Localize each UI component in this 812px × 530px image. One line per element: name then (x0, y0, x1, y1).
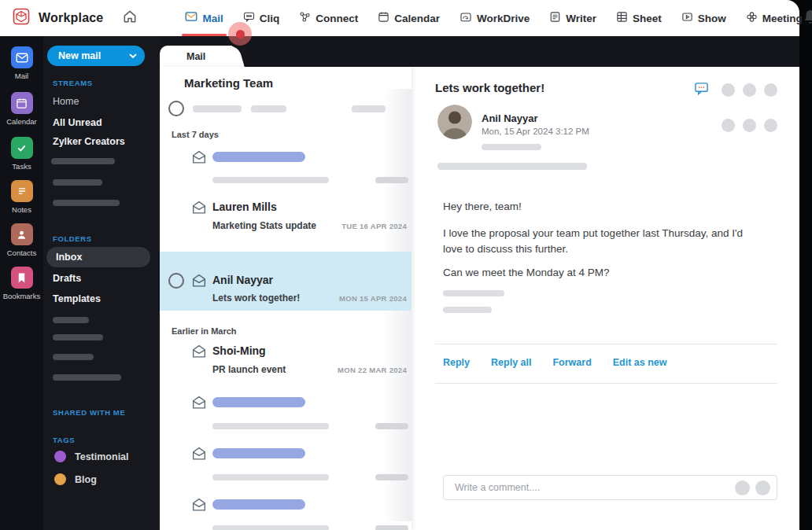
topnav-cliq[interactable]: Cliq (243, 0, 280, 36)
message-action-circle[interactable] (743, 119, 756, 132)
select-all-radio[interactable] (168, 101, 184, 116)
message-actions-circles (722, 119, 777, 132)
envelope-icon (190, 149, 208, 166)
comment-icon[interactable] (694, 81, 709, 99)
skeleton-sender-bar (212, 397, 305, 407)
rail-label: Mail (15, 72, 28, 80)
new-mail-button[interactable]: New mail (47, 46, 145, 66)
topnav-label: Calendar (394, 13, 440, 24)
body-paragraph: Hey there, team! (443, 199, 758, 215)
spreadsheet-icon (616, 11, 628, 26)
sidebar-item-templates[interactable]: Templates (53, 293, 101, 304)
rail-item-contacts[interactable]: Contacts (0, 223, 43, 257)
comment-action-circle[interactable] (755, 480, 770, 495)
group-label-recent: Last 7 days (172, 130, 219, 139)
topnav-label: WorkDrive (477, 13, 530, 24)
topnav-label: Connect (316, 13, 358, 24)
topnav-writer[interactable]: Writer (549, 0, 596, 36)
topnav-mail[interactable]: Mail (185, 0, 223, 36)
envelope-icon (190, 496, 208, 513)
mail-sidebar: New mail STREAMS Home All Unread Zylker … (43, 36, 160, 530)
brand-name: Workplace (39, 11, 103, 25)
skeleton-bar (53, 354, 94, 360)
group-label-earlier: Earlier in March (172, 326, 237, 336)
rail-item-bookmarks[interactable]: Bookmarks (0, 267, 43, 300)
rail-item-calendar[interactable]: Calendar (0, 92, 43, 126)
skeleton-sender-bar (212, 152, 305, 162)
zoho-logo-icon (11, 6, 31, 30)
sidebar-item-inbox[interactable]: Inbox (46, 247, 150, 267)
comment-actions (735, 480, 770, 495)
skeleton-bar (482, 144, 541, 150)
mail-app-icon (11, 46, 33, 68)
skeleton-bar (443, 307, 492, 313)
topnav-label: Meeting (762, 13, 803, 24)
toolbar-action-circle[interactable] (722, 83, 735, 97)
tag-label: Blog (75, 474, 97, 485)
meeting-icon (746, 11, 758, 26)
skeleton-subject-bar (212, 423, 329, 429)
comment-action-circle[interactable] (735, 480, 750, 495)
sender-name: Anil Nayyar (482, 112, 538, 124)
rail-label: Tasks (12, 162, 31, 171)
streams-header: STREAMS (53, 79, 93, 87)
mail-sender: Anil Nayyar (212, 274, 273, 286)
skeleton-subject-bar (212, 525, 329, 530)
topnav-show[interactable]: Show (681, 0, 726, 36)
calendar-app-icon (11, 92, 33, 114)
divider (435, 344, 777, 344)
mail-subject: PR launch event (212, 364, 286, 375)
reply-link[interactable]: Reply (443, 357, 470, 368)
rail-label: Bookmarks (3, 292, 41, 300)
envelope-icon (190, 343, 208, 360)
mail-icon (185, 11, 197, 25)
chat-icon (243, 11, 255, 26)
topnav-calendar[interactable]: Calendar (378, 0, 440, 36)
mail-date: MON 22 MAR 2024 (338, 366, 407, 374)
forward-link[interactable]: Forward (552, 357, 591, 368)
home-button[interactable] (122, 9, 138, 28)
toolbar-action-circle[interactable] (764, 83, 777, 97)
sidebar-item-home[interactable]: Home (53, 96, 79, 107)
skeleton-sender-bar (212, 499, 305, 510)
top-nav: Mail Cliq Connect Calendar (185, 0, 802, 36)
tag-testimonial[interactable]: Testimonial (54, 451, 129, 462)
calendar-icon (378, 11, 389, 26)
shared-with-me-header: SHARED WITH ME (53, 408, 125, 417)
toolbar-action-circle[interactable] (743, 83, 756, 97)
rail-item-tasks[interactable]: Tasks (0, 137, 43, 171)
topnav-sheet[interactable]: Sheet (616, 0, 662, 36)
topnav-workdrive[interactable]: WorkDrive (460, 0, 530, 36)
edit-as-new-link[interactable]: Edit as new (613, 357, 667, 368)
rail-item-notes[interactable]: Notes (0, 180, 43, 214)
list-item-anil-nayyar-selected[interactable]: Anil Nayyar Lets work together! MON 15 A… (160, 252, 412, 311)
message-action-circle[interactable] (722, 119, 735, 132)
envelope-icon (190, 394, 208, 411)
sidebar-item-all-unread[interactable]: All Unread (53, 117, 102, 128)
rail-label: Contacts (7, 248, 37, 257)
rail-item-mail[interactable]: Mail (0, 46, 43, 80)
message-action-circle[interactable] (764, 119, 777, 132)
brand[interactable]: Workplace (11, 6, 103, 30)
home-icon (122, 9, 138, 28)
reply-all-link[interactable]: Reply all (491, 357, 531, 368)
comment-box (443, 475, 777, 500)
reading-pane: Lets work together! Anil Nayyar Mon, 15 … (412, 67, 799, 530)
sidebar-item-drafts[interactable]: Drafts (53, 273, 81, 284)
sidebar-item-zylker-creators[interactable]: Zylker Creators (53, 136, 125, 147)
skeleton-bar (193, 105, 242, 112)
sender-avatar (437, 105, 472, 139)
inbox-label: Inbox (56, 252, 82, 263)
topnav-label: Mail (202, 13, 223, 24)
tag-blog[interactable]: Blog (54, 473, 97, 485)
mail-sender: Shoi-Ming (212, 344, 266, 357)
tab-mail[interactable]: Mail (160, 46, 232, 68)
topnav-connect[interactable]: Connect (299, 0, 358, 36)
comment-input[interactable] (453, 481, 735, 494)
skeleton-bar (352, 105, 386, 112)
topnav-meeting[interactable]: Meeting (746, 0, 803, 36)
workdrive-icon (460, 11, 472, 26)
read-radio[interactable] (168, 273, 184, 289)
top-bar: Workplace Mail Cliq (0, 0, 799, 36)
notifications-button[interactable]: 5 (803, 9, 812, 28)
